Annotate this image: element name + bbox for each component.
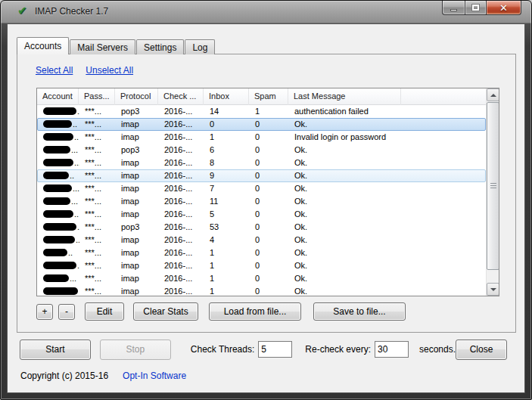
- redacted-account-blob: [43, 133, 73, 141]
- redacted-account-blob: [43, 197, 70, 205]
- redacted-account-blob: [43, 274, 69, 282]
- table-row[interactable]: ...***...pop32016-...141authentication f…: [37, 105, 486, 118]
- table-row[interactable]: ...***...imap2016-...110Ok.: [37, 195, 486, 208]
- edit-button[interactable]: Edit: [85, 302, 124, 321]
- table-row[interactable]: ...***...pop32016-...60Ok.: [37, 144, 486, 157]
- vendor-link[interactable]: Opt-In Software: [123, 371, 186, 381]
- cell-password: ***...: [79, 105, 116, 118]
- clear-stats-button[interactable]: Clear Stats: [133, 302, 198, 321]
- cell-password: ***...: [79, 144, 116, 157]
- tab-settings[interactable]: Settings: [136, 39, 184, 54]
- table-row[interactable]: ...***...pop32016-...530Ok.: [37, 221, 486, 234]
- cell-account: ...: [38, 144, 79, 157]
- scroll-down-button[interactable]: [487, 283, 499, 296]
- cell-check-date: 2016-...: [159, 259, 204, 272]
- cell-protocol: imap: [116, 131, 159, 144]
- column-header[interactable]: Pass...: [79, 88, 115, 105]
- copyright-text: Copyright (c) 2015-16: [20, 371, 108, 381]
- tab-accounts[interactable]: Accounts: [17, 37, 69, 54]
- unselect-all-link[interactable]: Unselect All: [86, 65, 133, 76]
- table-row[interactable]: ***...imap2016-...10Ok.: [37, 285, 486, 296]
- scroll-thumb[interactable]: [487, 102, 499, 270]
- check-threads-input[interactable]: [258, 341, 292, 358]
- table-row[interactable]: ...***...imap2016-...10Ok.: [37, 259, 486, 272]
- window-controls: ✕: [442, 1, 521, 15]
- cell-spam: 0: [250, 247, 289, 259]
- maximize-button[interactable]: [465, 1, 487, 15]
- cell-account: ..: [38, 118, 79, 131]
- titlebar[interactable]: IMAP Checker 1.7 ✕: [1, 1, 531, 23]
- table-row[interactable]: ..***...imap2016-...90Ok.: [37, 169, 486, 182]
- column-header[interactable]: Check ...: [158, 88, 204, 105]
- cell-account: ...: [38, 234, 79, 247]
- column-header[interactable]: Protocol: [115, 88, 158, 105]
- redacted-account-blob: [43, 107, 76, 115]
- cell-protocol: imap: [116, 247, 159, 259]
- close-button[interactable]: Close: [456, 340, 507, 360]
- column-header[interactable]: Last Message: [288, 88, 401, 105]
- cell-spam: 0: [250, 272, 289, 285]
- redacted-account-blob: [43, 223, 76, 231]
- table-row[interactable]: ...***...imap2016-...10Ok.: [37, 272, 486, 285]
- save-to-file-button[interactable]: Save to file...: [313, 302, 406, 321]
- add-account-button[interactable]: +: [36, 304, 53, 320]
- cell-inbox: 5: [204, 208, 250, 221]
- cell-password: ***...: [79, 221, 116, 234]
- cell-protocol: pop3: [116, 221, 159, 234]
- cell-password: ***...: [79, 182, 116, 195]
- load-from-file-button[interactable]: Load from file...: [209, 302, 301, 321]
- column-header[interactable]: Inbox: [204, 88, 249, 105]
- table-row[interactable]: ..***...imap2016-...00Ok.: [37, 118, 486, 131]
- minimize-button[interactable]: [442, 1, 465, 15]
- remove-account-button[interactable]: -: [58, 304, 75, 320]
- cell-inbox: 53: [204, 221, 250, 234]
- cell-protocol: imap: [116, 272, 159, 285]
- cell-protocol: imap: [116, 208, 159, 221]
- column-header[interactable]: Spam: [249, 88, 288, 105]
- cell-inbox: 14: [204, 105, 250, 118]
- cell-inbox: 0: [204, 118, 250, 131]
- close-window-button[interactable]: ✕: [487, 1, 521, 15]
- run-controls-bar: Start Stop Check Threads: Re-check every…: [20, 339, 512, 360]
- column-header[interactable]: Account: [37, 88, 79, 105]
- cell-last-message: Ok.: [289, 157, 485, 169]
- accounts-listview: AccountPass...ProtocolCheck ...InboxSpam…: [36, 88, 499, 296]
- cell-spam: 0: [250, 234, 289, 247]
- cell-protocol: imap: [116, 169, 159, 182]
- tab-strip: Accounts Mail Servers Settings Log: [17, 37, 216, 54]
- cell-password: ***...: [79, 195, 116, 208]
- footer: Copyright (c) 2015-16 Opt-In Software: [20, 371, 186, 381]
- cell-check-date: 2016-...: [159, 182, 204, 195]
- table-row[interactable]: ...***...imap2016-...70Ok.: [37, 182, 486, 195]
- tab-log[interactable]: Log: [185, 39, 215, 54]
- cell-check-date: 2016-...: [159, 208, 204, 221]
- app-icon: [17, 5, 30, 17]
- cell-account: ...: [38, 259, 79, 272]
- cell-inbox: 1: [204, 285, 250, 296]
- cell-check-date: 2016-...: [159, 144, 204, 157]
- cell-spam: 0: [250, 195, 289, 208]
- redacted-account-blob: [43, 146, 70, 153]
- redacted-account-blob: [43, 172, 69, 179]
- cell-account: ..: [38, 247, 79, 259]
- redacted-account-blob: [43, 184, 72, 192]
- table-row[interactable]: ..***...imap2016-...10Invalid login or p…: [37, 131, 486, 144]
- cell-spam: 0: [250, 131, 289, 144]
- scroll-up-button[interactable]: [487, 88, 499, 101]
- table-row[interactable]: ..***...imap2016-...10Ok.: [37, 247, 486, 259]
- table-row[interactable]: ...***...imap2016-...40Ok.: [37, 234, 486, 247]
- maximize-icon: [472, 5, 479, 11]
- vertical-scrollbar[interactable]: [486, 88, 499, 296]
- recheck-every-input[interactable]: [375, 341, 409, 358]
- tab-mail-servers[interactable]: Mail Servers: [70, 39, 135, 54]
- cell-protocol: pop3: [116, 144, 159, 157]
- redacted-account-blob: [43, 262, 76, 269]
- select-all-link[interactable]: Select All: [36, 65, 73, 76]
- start-button[interactable]: Start: [20, 340, 91, 360]
- table-row[interactable]: ..***...imap2016-...50Ok.: [37, 208, 486, 221]
- check-threads-label: Check Threads:: [191, 344, 255, 355]
- table-row[interactable]: ...***...imap2016-...80Ok.: [37, 157, 486, 169]
- cell-spam: 0: [250, 208, 289, 221]
- cell-last-message: Ok.: [289, 285, 485, 296]
- cell-spam: 0: [250, 259, 289, 272]
